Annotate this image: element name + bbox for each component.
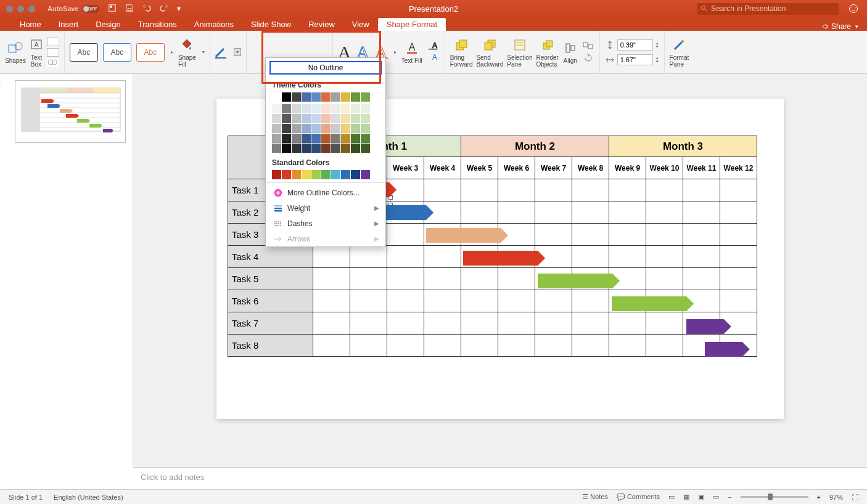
color-swatch[interactable] [302, 124, 311, 133]
color-swatch[interactable] [311, 104, 321, 113]
style-sample-1[interactable]: Abc [70, 43, 98, 62]
gantt-bar[interactable] [463, 251, 546, 266]
style-gallery-more[interactable]: ▸ [171, 49, 173, 55]
notes-toggle[interactable]: ☰ Notes [582, 493, 608, 501]
color-swatch[interactable] [361, 124, 370, 133]
group-icon[interactable] [582, 41, 594, 51]
home-icon[interactable] [108, 4, 117, 14]
color-swatch[interactable] [321, 114, 331, 123]
zoom-slider[interactable] [741, 496, 808, 498]
style-sample-2[interactable]: Abc [103, 43, 131, 62]
shape-outline-dropdown[interactable]: ▾ [234, 48, 241, 56]
tab-animations[interactable]: Animations [186, 18, 242, 31]
tab-review[interactable]: Review [300, 18, 343, 31]
fit-to-window-icon[interactable]: ⛶ [852, 494, 858, 501]
color-swatch[interactable] [341, 92, 350, 102]
color-swatch[interactable] [361, 92, 370, 102]
color-swatch[interactable] [341, 144, 350, 153]
dashes-submenu[interactable]: Dashes▶ [266, 216, 385, 231]
color-swatch[interactable] [292, 134, 301, 143]
color-swatch[interactable] [361, 144, 370, 153]
color-swatch[interactable] [351, 170, 360, 179]
align-button[interactable]: Align [562, 40, 578, 64]
color-swatch[interactable] [282, 104, 291, 113]
color-swatch[interactable] [302, 134, 311, 143]
redo-icon[interactable] [160, 4, 168, 14]
search-box[interactable]: Search in Presentation [697, 3, 839, 15]
window-controls[interactable] [0, 6, 35, 12]
color-swatch[interactable] [311, 124, 321, 133]
slide-thumbnail[interactable] [15, 80, 126, 143]
weight-submenu[interactable]: Weight▶ [266, 200, 385, 216]
color-swatch[interactable] [341, 170, 350, 179]
textbox-button[interactable]: A Text Box [28, 37, 44, 68]
selection-pane-button[interactable]: Selection Pane [507, 37, 532, 68]
color-swatch[interactable] [282, 134, 291, 143]
color-swatch[interactable] [302, 144, 311, 153]
color-swatch[interactable] [321, 92, 331, 102]
account-icon[interactable] [849, 4, 858, 14]
color-swatch[interactable] [351, 92, 360, 102]
color-swatch[interactable] [311, 114, 321, 123]
color-swatch[interactable] [351, 104, 360, 113]
color-swatch[interactable] [331, 104, 340, 113]
color-swatch[interactable] [282, 144, 291, 153]
merge-shape-icon[interactable] [47, 48, 59, 57]
reorder-objects-button[interactable]: Reorder Objects [536, 37, 559, 68]
shape-fill-button[interactable]: Shape Fill [178, 37, 196, 68]
send-backward-button[interactable]: Send Backward [476, 37, 503, 68]
color-swatch[interactable] [331, 114, 340, 123]
color-swatch[interactable] [282, 124, 291, 133]
tab-shape-format[interactable]: Shape Format [378, 18, 446, 31]
color-swatch[interactable] [331, 124, 340, 133]
color-swatch[interactable] [292, 92, 301, 102]
language-indicator[interactable]: English (United States) [54, 494, 123, 501]
height-input[interactable] [617, 39, 653, 51]
more-outline-colors[interactable]: More Outline Colors... [266, 185, 385, 200]
color-swatch[interactable] [341, 134, 350, 143]
color-swatch[interactable] [311, 92, 321, 102]
gantt-bar[interactable] [612, 296, 695, 311]
color-swatch[interactable] [302, 170, 311, 179]
style-sample-3[interactable]: Abc [136, 43, 165, 62]
text-fill-button[interactable]: A Text Fill [401, 40, 422, 64]
color-swatch[interactable] [311, 170, 321, 179]
color-swatch[interactable] [351, 144, 360, 153]
color-swatch[interactable] [361, 134, 370, 143]
normal-view-icon[interactable]: ▭ [668, 493, 675, 501]
bring-forward-button[interactable]: Bring Forward [450, 37, 473, 68]
share-button[interactable]: Share▾ [821, 22, 858, 31]
text-outline-icon[interactable]: A [427, 41, 440, 51]
color-swatch[interactable] [272, 144, 281, 153]
color-swatch[interactable] [341, 114, 350, 123]
color-swatch[interactable] [321, 104, 331, 113]
color-swatch[interactable] [331, 92, 340, 102]
color-swatch[interactable] [272, 170, 281, 179]
autosave-toggle[interactable]: AutoSave OFF [47, 5, 99, 13]
color-swatch[interactable] [272, 114, 281, 123]
tab-transitions[interactable]: Transitions [129, 18, 186, 31]
notes-pane[interactable]: Click to add notes [133, 467, 867, 489]
text-effects-icon[interactable]: A [427, 53, 440, 63]
tab-design[interactable]: Design [87, 18, 129, 31]
slide-panel[interactable]: 1 [0, 74, 133, 467]
color-swatch[interactable] [331, 134, 340, 143]
color-swatch[interactable] [292, 104, 301, 113]
color-swatch[interactable] [321, 124, 331, 133]
undo-icon[interactable] [142, 4, 151, 14]
color-swatch[interactable] [282, 170, 291, 179]
tab-home[interactable]: Home [11, 18, 50, 31]
save-icon[interactable] [125, 4, 134, 14]
convert-shape-icon[interactable] [47, 59, 59, 67]
gantt-bar[interactable] [705, 342, 750, 357]
color-swatch[interactable] [302, 104, 311, 113]
color-swatch[interactable] [361, 104, 370, 113]
color-swatch[interactable] [361, 114, 370, 123]
color-swatch[interactable] [302, 114, 311, 123]
edit-shape-icon[interactable] [47, 38, 59, 46]
color-swatch[interactable] [311, 144, 321, 153]
color-swatch[interactable] [302, 92, 311, 102]
color-swatch[interactable] [331, 170, 340, 179]
gantt-bar[interactable] [426, 228, 509, 243]
format-pane-button[interactable]: Format Pane [670, 37, 689, 68]
